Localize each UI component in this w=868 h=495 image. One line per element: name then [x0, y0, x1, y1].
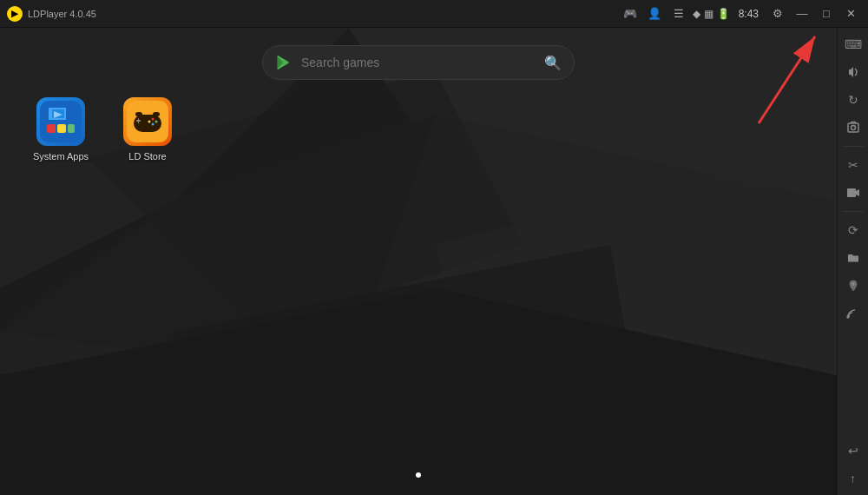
svg-rect-17 [57, 124, 66, 133]
svg-rect-20 [134, 115, 161, 132]
gamepad-title-icon[interactable]: 🎮 [620, 3, 641, 24]
title-bar-right: 🎮 👤 ☰ ◆ ▦ 🔋 8:43 ⚙ — □ ✕ [620, 3, 861, 24]
system-apps-label: System Apps [33, 151, 89, 162]
ld-store-icon[interactable]: LD Store [113, 97, 182, 162]
minimize-button[interactable]: — [792, 3, 812, 24]
close-button[interactable]: ✕ [840, 3, 861, 24]
video-tool-btn[interactable] [840, 180, 866, 206]
title-bar: ▶ LDPlayer 4.0.45 🎮 👤 ☰ ◆ ▦ 🔋 8:43 ⚙ — □… [0, 0, 868, 28]
cut-tool-btn[interactable]: ✂ [840, 152, 866, 178]
svg-rect-27 [135, 112, 142, 116]
title-bar-left: ▶ LDPlayer 4.0.45 [7, 6, 96, 22]
svg-rect-22 [138, 118, 139, 123]
svg-point-32 [851, 126, 855, 130]
search-magnify-icon[interactable]: 🔍 [544, 55, 562, 71]
maximize-button[interactable]: □ [816, 3, 837, 24]
svg-point-25 [152, 123, 155, 126]
battery-full-icon: 🔋 [717, 8, 730, 20]
profile-title-icon[interactable]: 👤 [644, 3, 665, 24]
toolbar-divider-1 [843, 146, 864, 147]
up-nav-btn[interactable]: ↑ [840, 465, 866, 492]
svg-point-36 [847, 316, 849, 318]
search-bar[interactable]: 🔍 [262, 45, 575, 80]
cast-tool-btn[interactable] [840, 300, 866, 327]
right-toolbar: ⌨ ↻ ✂ ⟳ ↩ ↑ [837, 28, 868, 495]
system-apps-icon[interactable]: System Apps [26, 97, 95, 162]
page-dot-1 [416, 472, 421, 478]
svg-point-23 [152, 118, 155, 121]
desktop-icons-container: System Apps [26, 97, 182, 162]
settings-title-icon[interactable]: ⚙ [767, 3, 788, 24]
search-bar-container: 🔍 [262, 45, 575, 80]
back-nav-btn[interactable]: ↩ [840, 438, 866, 464]
clock-display: 8:43 [739, 8, 759, 20]
toolbar-divider-2 [843, 211, 864, 212]
svg-rect-33 [847, 188, 856, 197]
volume-tool-btn[interactable] [840, 59, 866, 85]
android-desktop[interactable]: 🔍 [0, 28, 837, 495]
svg-rect-16 [47, 124, 56, 133]
folder-tool-btn[interactable] [840, 245, 866, 271]
menu-title-icon[interactable]: ☰ [668, 3, 689, 24]
google-play-icon [275, 54, 293, 71]
main-area: 🔍 [0, 28, 868, 495]
battery-icon: ◆ [693, 8, 700, 20]
svg-marker-34 [856, 189, 859, 196]
ld-store-label: LD Store [128, 151, 166, 162]
ld-store-icon-img [123, 97, 172, 146]
system-apps-icon-img [36, 97, 85, 146]
svg-rect-12 [40, 101, 82, 142]
svg-rect-18 [68, 124, 75, 133]
app-title: LDPlayer 4.0.45 [28, 9, 96, 19]
rotate-tool-btn[interactable]: ↻ [840, 87, 866, 113]
screenshot-tool-btn[interactable] [840, 115, 866, 141]
search-input[interactable] [301, 56, 536, 69]
svg-rect-31 [848, 123, 858, 132]
location-tool-btn[interactable] [840, 273, 866, 299]
refresh-tool-btn[interactable]: ⟳ [840, 217, 866, 243]
app-logo: ▶ [7, 6, 23, 22]
svg-point-26 [148, 121, 151, 123]
svg-rect-28 [153, 112, 160, 116]
keyboard-tool-btn[interactable]: ⌨ [840, 31, 866, 57]
svg-point-24 [155, 121, 158, 123]
page-indicator [416, 472, 421, 478]
signal-icon: ▦ [704, 8, 713, 20]
